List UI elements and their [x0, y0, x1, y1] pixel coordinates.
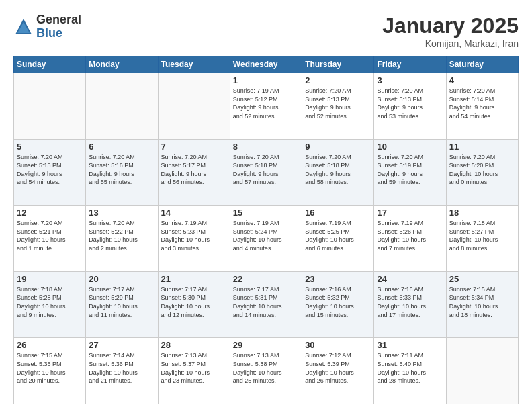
day-cell: 18Sunrise: 7:18 AM Sunset: 5:27 PM Dayli… — [446, 205, 518, 272]
col-sunday: Sunday — [14, 56, 86, 73]
day-info: Sunrise: 7:18 AM Sunset: 5:28 PM Dayligh… — [17, 285, 83, 319]
day-cell — [158, 73, 230, 140]
day-info: Sunrise: 7:18 AM Sunset: 5:27 PM Dayligh… — [449, 219, 515, 253]
day-cell: 31Sunrise: 7:11 AM Sunset: 5:40 PM Dayli… — [374, 338, 446, 404]
day-number: 29 — [233, 340, 299, 350]
day-cell: 23Sunrise: 7:16 AM Sunset: 5:32 PM Dayli… — [302, 271, 374, 338]
day-cell: 9Sunrise: 7:20 AM Sunset: 5:18 PM Daylig… — [302, 139, 374, 205]
day-number: 20 — [89, 274, 154, 284]
day-number: 16 — [305, 208, 371, 218]
day-cell: 10Sunrise: 7:20 AM Sunset: 5:19 PM Dayli… — [374, 139, 446, 205]
day-number: 28 — [161, 340, 227, 350]
day-number: 7 — [161, 142, 227, 152]
day-number: 11 — [449, 142, 515, 152]
day-info: Sunrise: 7:19 AM Sunset: 5:24 PM Dayligh… — [233, 219, 299, 253]
day-info: Sunrise: 7:15 AM Sunset: 5:34 PM Dayligh… — [449, 285, 515, 319]
logo-text: General Blue — [36, 13, 81, 40]
day-number: 27 — [89, 340, 154, 350]
day-number: 8 — [233, 142, 299, 152]
col-wednesday: Wednesday — [230, 56, 302, 73]
day-cell: 24Sunrise: 7:16 AM Sunset: 5:33 PM Dayli… — [374, 271, 446, 338]
day-number: 17 — [377, 208, 443, 218]
day-info: Sunrise: 7:13 AM Sunset: 5:37 PM Dayligh… — [161, 351, 227, 385]
week-row-2: 5Sunrise: 7:20 AM Sunset: 5:15 PM Daylig… — [14, 139, 519, 205]
day-cell: 20Sunrise: 7:17 AM Sunset: 5:29 PM Dayli… — [86, 271, 158, 338]
day-info: Sunrise: 7:20 AM Sunset: 5:18 PM Dayligh… — [233, 153, 299, 187]
day-cell: 25Sunrise: 7:15 AM Sunset: 5:34 PM Dayli… — [446, 271, 518, 338]
page: General Blue January 2025 Komijan, Marka… — [0, 0, 532, 411]
day-number: 22 — [233, 274, 299, 284]
day-number: 9 — [305, 142, 371, 152]
day-cell — [14, 73, 86, 140]
day-info: Sunrise: 7:20 AM Sunset: 5:14 PM Dayligh… — [449, 87, 515, 120]
col-monday: Monday — [86, 56, 158, 73]
day-number: 14 — [161, 208, 227, 218]
col-saturday: Saturday — [446, 56, 518, 73]
logo-general-text: General — [36, 13, 81, 27]
day-cell: 27Sunrise: 7:14 AM Sunset: 5:36 PM Dayli… — [86, 338, 158, 404]
day-number: 19 — [17, 274, 83, 284]
calendar-table: Sunday Monday Tuesday Wednesday Thursday… — [13, 56, 519, 404]
day-number: 15 — [233, 208, 299, 218]
day-cell: 22Sunrise: 7:17 AM Sunset: 5:31 PM Dayli… — [230, 271, 302, 338]
day-number: 25 — [449, 274, 515, 284]
day-number: 21 — [161, 274, 227, 284]
day-number: 23 — [305, 274, 371, 284]
day-cell: 12Sunrise: 7:20 AM Sunset: 5:21 PM Dayli… — [14, 205, 86, 272]
day-number: 1 — [233, 75, 299, 85]
day-number: 2 — [305, 75, 371, 85]
day-info: Sunrise: 7:14 AM Sunset: 5:36 PM Dayligh… — [89, 351, 154, 385]
day-number: 6 — [89, 142, 154, 152]
day-info: Sunrise: 7:19 AM Sunset: 5:23 PM Dayligh… — [161, 219, 227, 253]
calendar-subtitle: Komijan, Markazi, Iran — [382, 38, 519, 49]
day-cell — [86, 73, 158, 140]
day-cell: 14Sunrise: 7:19 AM Sunset: 5:23 PM Dayli… — [158, 205, 230, 272]
day-number: 3 — [377, 75, 443, 85]
day-info: Sunrise: 7:12 AM Sunset: 5:39 PM Dayligh… — [305, 351, 371, 385]
day-cell: 16Sunrise: 7:19 AM Sunset: 5:25 PM Dayli… — [302, 205, 374, 272]
day-info: Sunrise: 7:20 AM Sunset: 5:20 PM Dayligh… — [449, 153, 515, 187]
day-info: Sunrise: 7:19 AM Sunset: 5:26 PM Dayligh… — [377, 219, 443, 253]
week-row-4: 19Sunrise: 7:18 AM Sunset: 5:28 PM Dayli… — [14, 271, 519, 338]
day-info: Sunrise: 7:20 AM Sunset: 5:13 PM Dayligh… — [377, 87, 443, 120]
day-info: Sunrise: 7:20 AM Sunset: 5:13 PM Dayligh… — [305, 87, 371, 120]
col-thursday: Thursday — [302, 56, 374, 73]
day-number: 24 — [377, 274, 443, 284]
day-info: Sunrise: 7:11 AM Sunset: 5:40 PM Dayligh… — [377, 351, 443, 385]
week-row-3: 12Sunrise: 7:20 AM Sunset: 5:21 PM Dayli… — [14, 205, 519, 272]
title-block: January 2025 Komijan, Markazi, Iran — [382, 13, 519, 49]
day-info: Sunrise: 7:17 AM Sunset: 5:29 PM Dayligh… — [89, 285, 154, 319]
day-cell: 15Sunrise: 7:19 AM Sunset: 5:24 PM Dayli… — [230, 205, 302, 272]
day-number: 31 — [377, 340, 443, 350]
day-info: Sunrise: 7:16 AM Sunset: 5:33 PM Dayligh… — [377, 285, 443, 319]
day-cell: 28Sunrise: 7:13 AM Sunset: 5:37 PM Dayli… — [158, 338, 230, 404]
day-info: Sunrise: 7:19 AM Sunset: 5:25 PM Dayligh… — [305, 219, 371, 253]
logo-blue-text: Blue — [36, 27, 81, 40]
day-info: Sunrise: 7:15 AM Sunset: 5:35 PM Dayligh… — [17, 351, 83, 385]
day-cell: 8Sunrise: 7:20 AM Sunset: 5:18 PM Daylig… — [230, 139, 302, 205]
day-cell: 19Sunrise: 7:18 AM Sunset: 5:28 PM Dayli… — [14, 271, 86, 338]
day-number: 30 — [305, 340, 371, 350]
day-cell: 30Sunrise: 7:12 AM Sunset: 5:39 PM Dayli… — [302, 338, 374, 404]
day-number: 13 — [89, 208, 154, 218]
logo-icon — [13, 17, 34, 37]
calendar-title: January 2025 — [382, 13, 519, 38]
week-row-5: 26Sunrise: 7:15 AM Sunset: 5:35 PM Dayli… — [14, 338, 519, 404]
col-friday: Friday — [374, 56, 446, 73]
day-cell: 3Sunrise: 7:20 AM Sunset: 5:13 PM Daylig… — [374, 73, 446, 140]
logo: General Blue — [13, 13, 81, 40]
week-row-1: 1Sunrise: 7:19 AM Sunset: 5:12 PM Daylig… — [14, 73, 519, 140]
day-info: Sunrise: 7:17 AM Sunset: 5:31 PM Dayligh… — [233, 285, 299, 319]
day-info: Sunrise: 7:20 AM Sunset: 5:18 PM Dayligh… — [305, 153, 371, 187]
day-cell: 1Sunrise: 7:19 AM Sunset: 5:12 PM Daylig… — [230, 73, 302, 140]
day-cell: 17Sunrise: 7:19 AM Sunset: 5:26 PM Dayli… — [374, 205, 446, 272]
day-cell: 7Sunrise: 7:20 AM Sunset: 5:17 PM Daylig… — [158, 139, 230, 205]
day-cell — [446, 338, 518, 404]
day-info: Sunrise: 7:13 AM Sunset: 5:38 PM Dayligh… — [233, 351, 299, 385]
day-cell: 26Sunrise: 7:15 AM Sunset: 5:35 PM Dayli… — [14, 338, 86, 404]
day-info: Sunrise: 7:20 AM Sunset: 5:17 PM Dayligh… — [161, 153, 227, 187]
day-info: Sunrise: 7:16 AM Sunset: 5:32 PM Dayligh… — [305, 285, 371, 319]
header-row: Sunday Monday Tuesday Wednesday Thursday… — [14, 56, 519, 73]
day-cell: 2Sunrise: 7:20 AM Sunset: 5:13 PM Daylig… — [302, 73, 374, 140]
day-number: 12 — [17, 208, 83, 218]
